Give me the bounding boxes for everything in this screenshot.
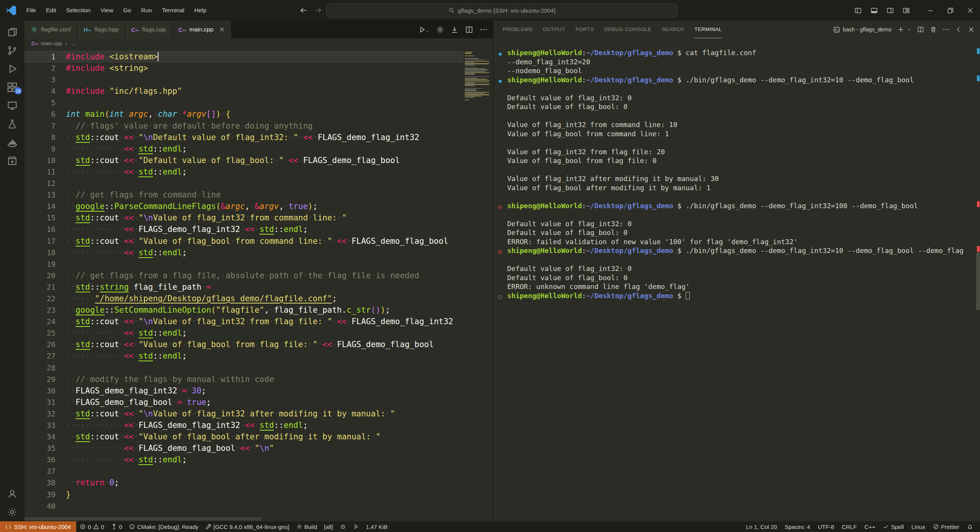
minimize-button[interactable] [920,0,940,21]
code-line-26[interactable]: 26··std::cout·<<·"Value·of·flag_bool·fro… [24,339,463,350]
code-line-21[interactable]: 21··std::string·flag_file_path·= [24,281,463,293]
code-line-16[interactable]: 16············<<·FLAGS_demo_flag_int32·<… [24,224,463,235]
panel-tab-problems[interactable]: PROBLEMS [503,21,532,38]
command-pending-decoration-icon[interactable] [498,293,503,298]
menu-selection[interactable]: Selection [61,4,96,17]
activity-item-remote-explorer[interactable] [0,96,24,115]
command-error-decoration-icon[interactable] [498,203,503,208]
activity-item-package[interactable] [0,152,24,170]
code-line-2[interactable]: 2#include·<string> [24,62,463,74]
status-platform[interactable]: Linux [908,521,929,532]
gear-icon[interactable] [436,26,444,34]
code-line-18[interactable]: 18············<<·std::endl; [24,247,463,258]
status-notifications[interactable] [963,521,977,532]
activity-item-extensions[interactable]: 29 [0,78,24,96]
command-success-decoration-icon[interactable] [498,50,503,55]
close-panel-icon[interactable] [968,26,975,33]
code-line-37[interactable]: 37 [24,465,463,477]
code-line-17[interactable]: 17··std::cout·<<·"Value·of·flag_bool·fro… [24,235,463,247]
layout-panel-toggle[interactable] [866,0,882,21]
command-success-decoration-icon[interactable] [498,77,503,82]
split-terminal-icon[interactable] [917,26,924,33]
menu-terminal[interactable]: Terminal [157,4,189,17]
menu-view[interactable]: View [95,4,118,17]
menu-file[interactable]: File [21,4,41,17]
restore-button[interactable] [940,0,960,21]
code-line-5[interactable]: 5 [24,97,463,108]
panel-tab-terminal[interactable]: TERMINAL [694,21,722,38]
code-line-34[interactable]: 34··std::cout·<<·"Value·of·flag_bool·aft… [24,431,463,442]
split-editor-icon[interactable] [465,26,473,34]
activity-item-settings[interactable] [0,503,24,521]
code-line-27[interactable]: 27············<<·std::endl; [24,350,463,362]
panel-tab-debug-console[interactable]: DEBUG CONSOLE [604,21,651,38]
code-line-30[interactable]: 30··FLAGS_demo_flag_int32·=·30; [24,385,463,397]
code-line-20[interactable]: 20··//·get·flags·from·a·flag·file,·absol… [24,270,463,281]
layout-grid-toggle[interactable] [898,0,914,21]
code-line-29[interactable]: 29··//·modify·the·flags·by·manual·within… [24,374,463,385]
navigate-back-icon[interactable] [299,6,308,15]
status-debug-target[interactable] [336,521,350,532]
status-eol[interactable]: CRLF [838,521,861,532]
activity-item-testing[interactable] [0,115,24,133]
code-editor[interactable]: 1#include·<iostream>2#include·<string>34… [24,49,493,521]
terminal-scrollbar[interactable] [976,253,980,310]
terminal-instance-item[interactable]: bash - gflags_demo [833,26,892,33]
status-launch-target[interactable] [350,521,363,532]
code-line-10[interactable]: 10··std::cout·<<·"Default·value·of·flag_… [24,155,463,166]
code-line-9[interactable]: 9············<<·std::endl; [24,143,463,155]
status-cmake-status[interactable]: CMake: [Debug]: Ready [126,521,202,532]
code-line-32[interactable]: 32··std::cout·<<·"\nValue·of·flag_int32·… [24,408,463,419]
code-line-28[interactable]: 28 [24,362,463,374]
breadcrumb[interactable]: C++ main.cpp › … [24,38,493,49]
close-tab-icon[interactable] [219,26,225,33]
panel-tab-ports[interactable]: PORTS [575,21,594,38]
code-line-39[interactable]: 39} [24,489,463,500]
remote-indicator[interactable]: SSH: vm-ubuntu-2004 [0,521,76,532]
status-encoding[interactable]: UTF-8 [814,521,838,532]
code-line-12[interactable]: 12 [24,178,463,189]
status-spell[interactable]: Spell [879,521,907,532]
more-icon[interactable] [480,26,488,34]
more-actions-icon[interactable] [942,26,949,33]
status-kit[interactable]: [GCC 9.4.0 x86_64-linux-gnu] [202,521,293,532]
menu-run[interactable]: Run [136,4,157,17]
code-line-31[interactable]: 31··FLAGS_demo_flag_bool·=·true; [24,397,463,408]
status-file-size[interactable]: 1.47 KiB [363,521,391,532]
code-line-4[interactable]: 4#include·"inc/flags.hpp" [24,85,463,97]
download-icon[interactable] [451,26,459,34]
horizontal-scrollbar[interactable] [24,517,262,521]
code-line-1[interactable]: 1#include·<iostream> [24,51,463,62]
menu-go[interactable]: Go [118,4,136,17]
tab-flags.hpp[interactable]: H++flags.hpp [77,21,125,38]
code-line-3[interactable]: 3 [24,74,463,85]
close-window-button[interactable] [960,0,980,21]
code-line-36[interactable]: 36············<<·std::endl; [24,454,463,465]
code-line-23[interactable]: 23··google::SetCommandLineOption("flagfi… [24,304,463,316]
status-build-target[interactable]: [all] [320,521,336,532]
terminal[interactable]: shipeng@HelloWorld:~/Desktop/gflags_demo… [493,38,980,521]
status-prettier[interactable]: Prettier [929,521,963,532]
command-center-search[interactable]: gflags_demo [SSH: vm-ubuntu-2004] [326,3,678,18]
layout-sidebar-right-toggle[interactable] [882,0,898,21]
status-language-mode[interactable]: C++ [861,521,879,532]
code-line-38[interactable]: 38··return·0; [24,477,463,488]
tab-flagfile.conf[interactable]: flagfile.conf [24,21,77,38]
code-line-24[interactable]: 24··std::cout·<<·"\nValue·of·flag_int32·… [24,316,463,327]
layout-sidebar-toggle[interactable] [850,0,866,21]
code-line-14[interactable]: 14··google::ParseCommandLineFlags(&argc,… [24,201,463,212]
terminal-profile-dropdown-icon[interactable] [907,27,911,32]
status-indentation[interactable]: Spaces: 4 [781,521,814,532]
status-cursor-position[interactable]: Ln 1, Col 20 [742,521,781,532]
code-line-15[interactable]: 15··std::cout·<<·"\nValue·of·flag_int32·… [24,212,463,224]
code-line-7[interactable]: 7··//·flags'·value·are·default·before·do… [24,120,463,132]
activity-item-source-control[interactable] [0,41,24,60]
code-line-8[interactable]: 8··std::cout·<<·"\nDefault·value·of·flag… [24,132,463,143]
status-ports[interactable]: 0 [108,521,126,532]
run-button[interactable] [418,26,430,34]
menu-edit[interactable]: Edit [41,4,61,17]
activity-item-docker[interactable] [0,133,24,152]
navigate-forward-icon[interactable] [314,6,322,15]
new-terminal-icon[interactable] [897,26,904,33]
activity-item-explorer[interactable] [0,23,24,41]
